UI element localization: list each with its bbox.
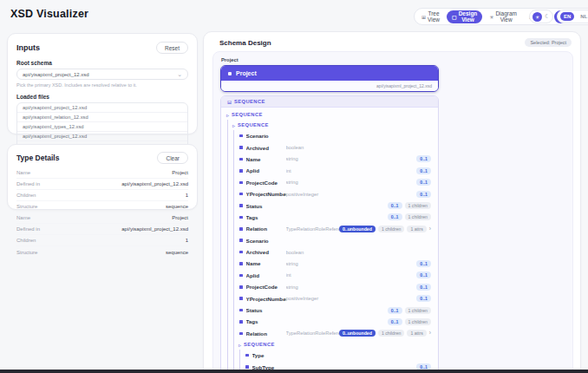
tree-root-group[interactable]: ⊟ SEQUENCE — [221, 96, 438, 108]
root-schema-select[interactable]: api/yisapixml_project_12.xsd ⌄ — [16, 69, 188, 80]
element-name: Name — [246, 260, 286, 266]
element-type: positiveInteger — [286, 192, 417, 197]
element-row[interactable]: Tags 0..1 1 children — [238, 212, 434, 223]
reset-button[interactable]: Reset — [156, 42, 188, 54]
element-type: int — [286, 272, 417, 278]
element-row[interactable]: Status 0..1 1 children — [238, 304, 434, 316]
group-label: SEQUENCE — [238, 122, 269, 128]
element-badges: 0..1 — [416, 295, 431, 302]
light-theme-icon[interactable]: ☀ — [532, 12, 542, 22]
dark-theme-icon[interactable]: ☾ — [545, 13, 550, 20]
view-icon: ▢ — [452, 14, 457, 20]
element-type: positiveInteger — [286, 296, 417, 301]
element-name: Aplid — [246, 167, 286, 173]
element-badges: 0..1 1 children — [388, 213, 431, 220]
clear-button[interactable]: Clear — [157, 152, 188, 164]
loaded-file-item[interactable]: api/yisapixml_project_12.xsd — [17, 132, 187, 141]
group-label: SEQUENCE — [244, 342, 275, 347]
element-row[interactable]: YProjectNumber positiveInteger 0..1 — [238, 188, 434, 200]
element-row[interactable]: Status 0..1 1 children — [238, 200, 434, 211]
detail-value: sequence — [166, 204, 188, 209]
inputs-panel: Inputs Reset Root schema api/yisapixml_p… — [7, 33, 198, 134]
element-row[interactable]: ProjectCode string 0..1 › — [238, 177, 434, 188]
element-row[interactable]: Name string 0..1 › — [238, 154, 434, 165]
element-name: Type — [252, 352, 292, 358]
element-row[interactable]: Relation TypeRelationRoleReference 0..un… — [238, 328, 434, 339]
element-row[interactable]: Archived boolean › — [238, 141, 434, 153]
language-option[interactable]: EN — [560, 12, 574, 21]
cardinality-badge: 1 children — [378, 226, 405, 232]
loaded-file-item[interactable]: api/yisapixml_types_12.xsd — [17, 122, 187, 132]
cardinality-badge: 1 attrs — [407, 226, 426, 232]
language-toggle: EN NL EN NL — [557, 10, 588, 23]
language-option[interactable]: NL — [577, 12, 588, 21]
view-button[interactable]: ✳ Diagram View — [484, 10, 522, 23]
detail-row: Defined in api/yisapixml_project_12.xsd — [16, 179, 188, 190]
element-row[interactable]: Archived boolean › — [238, 246, 434, 258]
chevron-right-icon[interactable]: › — [429, 330, 431, 337]
expand-icon: ▹ — [238, 342, 241, 348]
schema-tree: ⊟ SEQUENCE ▹ SEQUENCE ▹ SEQUEN — [220, 95, 439, 373]
loaded-file-item[interactable]: api/yisapixml_project_12.xsd — [17, 103, 187, 113]
element-bullet-icon — [239, 332, 243, 336]
element-badges: 0..1 — [416, 191, 431, 198]
root-node[interactable]: Project api/yisapixml_project_12.xsd — [220, 65, 439, 92]
element-row[interactable]: Type › — [244, 350, 434, 361]
sequence-group: ▹ SEQUENCE Scenario — [232, 120, 434, 373]
detail-row: Children 1 — [16, 190, 188, 201]
element-type: string — [286, 285, 417, 290]
element-bullet-icon — [239, 146, 243, 149]
inputs-title: Inputs — [16, 43, 40, 52]
sequence-header[interactable]: ▹ SEQUENCE — [232, 120, 434, 130]
element-badges: 0..unbounded 1 children 1 attrs — [339, 330, 427, 337]
element-name: Name — [246, 156, 286, 162]
sequence-header[interactable]: ▹ SEQUENCE — [238, 339, 434, 350]
element-type: TypeRelationRoleReference — [286, 330, 339, 336]
element-type: boolean — [286, 145, 432, 150]
sequence-group: ▹ SEQUENCE — [238, 339, 434, 373]
element-row[interactable]: Scenario › — [238, 235, 434, 246]
element-bullet-icon — [239, 158, 243, 161]
element-row[interactable]: Scenario › — [238, 130, 434, 141]
bottom-edge-bar — [0, 370, 588, 373]
detail-label: Defined in — [16, 181, 40, 186]
root-schema-help: Pick the primary XSD. Includes are resol… — [16, 82, 188, 88]
element-row[interactable]: Aplid int 0..1 › — [238, 270, 434, 281]
loaded-file-name: api/yisapixml_types_12.xsd — [23, 124, 84, 129]
element-row[interactable]: YProjectNumber positiveInteger 0..1 — [238, 292, 434, 304]
chevron-right-icon[interactable]: › — [429, 226, 431, 232]
theme-toggle[interactable]: ☀ ☾ — [529, 10, 553, 23]
element-type: string — [286, 156, 417, 161]
view-label: Tree View — [428, 10, 440, 23]
selected-badge: Selected: Project — [525, 38, 572, 47]
collapse-icon: ⊟ — [227, 99, 232, 105]
element-bullet-icon — [239, 216, 243, 219]
sequence-header[interactable]: ▹ SEQUENCE — [225, 109, 434, 120]
element-name: Scenario — [246, 238, 286, 244]
view-icon: ✳ — [489, 14, 493, 20]
expand-icon: ▹ — [226, 112, 229, 118]
view-button[interactable]: ▢ Design View — [447, 10, 482, 23]
element-name: YProjectNumber — [246, 191, 286, 197]
element-row[interactable]: Relation TypeRelationRoleReference 0..un… — [238, 223, 434, 234]
detail-row: Name Project — [16, 167, 188, 179]
loaded-file-item[interactable]: api/yisapixml_relation_12.xsd — [17, 113, 187, 122]
cardinality-badge: 1 children — [405, 213, 432, 220]
element-row[interactable]: Aplid int 0..1 › — [238, 165, 434, 176]
element-name: Archived — [246, 145, 286, 151]
type-details-title: Type Details — [16, 154, 59, 162]
element-row[interactable]: ProjectCode string 0..1 › — [238, 281, 434, 292]
root-node-name: Project — [236, 70, 257, 76]
element-name: ProjectCode — [246, 284, 286, 290]
view-button[interactable]: ⊞ Tree View — [416, 10, 445, 23]
loaded-file-name: api/yisapixml_relation_12.xsd — [23, 115, 88, 120]
element-row[interactable]: Name string 0..1 › — [238, 258, 434, 269]
element-row[interactable]: Tags 0..1 1 children — [238, 316, 434, 327]
cardinality-badge: 1 children — [405, 202, 432, 209]
loaded-file-name: api/yisapixml_project_12.xsd — [23, 134, 87, 139]
view-label: Design View — [459, 10, 478, 23]
detail-row: Children 1 — [16, 235, 188, 246]
element-badges: 0..1 — [416, 260, 431, 267]
element-bullet-icon — [245, 354, 249, 357]
view-icon: ⊞ — [421, 14, 426, 20]
